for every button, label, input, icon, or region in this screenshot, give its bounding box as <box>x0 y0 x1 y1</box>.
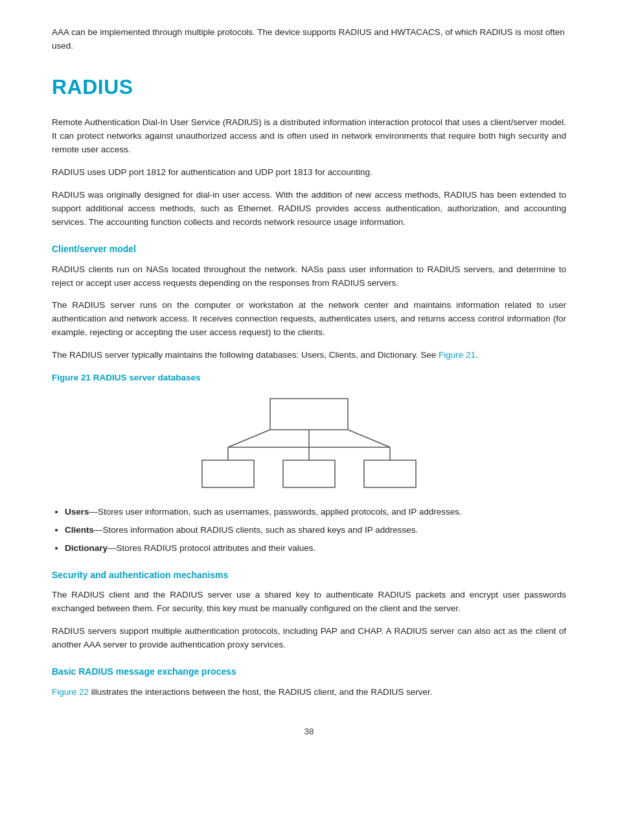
intro-paragraph: AAA can be implemented through multiple … <box>52 26 566 53</box>
basic-radius-para1: Figure 22 illustrates the interactions b… <box>52 686 566 699</box>
bullet-users-bold: Users <box>65 507 89 517</box>
svg-rect-8 <box>364 460 416 487</box>
figure21-diagram <box>52 395 566 493</box>
client-server-para1: RADIUS clients run on NASs located throu… <box>52 263 566 290</box>
radius-para3: RADIUS was originally designed for dial-… <box>52 189 566 229</box>
databases-bullet-list: Users—Stores user information, such as u… <box>65 506 566 555</box>
client-server-title: Client/server model <box>52 242 566 257</box>
svg-rect-0 <box>270 399 348 430</box>
bullet-users: Users—Stores user information, such as u… <box>65 506 566 519</box>
bullet-dictionary: Dictionary—Stores RADIUS protocol attrib… <box>65 542 566 555</box>
figure21-title: Figure 21 RADIUS server databases <box>52 371 566 385</box>
page-number: 38 <box>52 725 566 739</box>
radius-para1: Remote Authentication Dial-In User Servi… <box>52 116 566 157</box>
client-server-para2: The RADIUS server runs on the computer o… <box>52 299 566 340</box>
figure22-link[interactable]: Figure 22 <box>52 687 89 697</box>
bullet-clients-text: —Stores information about RADIUS clients… <box>94 525 418 535</box>
svg-rect-7 <box>283 460 335 487</box>
figure21-link[interactable]: Figure 21 <box>439 350 475 360</box>
bullet-dictionary-text: —Stores RADIUS protocol attributes and t… <box>108 543 315 553</box>
bullet-dictionary-bold: Dictionary <box>65 543 108 553</box>
svg-rect-6 <box>202 460 254 487</box>
svg-line-10 <box>348 430 390 447</box>
svg-line-9 <box>228 430 270 447</box>
bullet-clients-bold: Clients <box>65 525 94 535</box>
radius-section-title: RADIUS <box>52 71 566 104</box>
basic-radius-title: Basic RADIUS message exchange process <box>52 665 566 679</box>
security-auth-para1: The RADIUS client and the RADIUS server … <box>52 589 566 616</box>
client-server-para3: The RADIUS server typically maintains th… <box>52 349 566 362</box>
security-auth-para2: RADIUS servers support multiple authenti… <box>52 625 566 652</box>
bullet-clients: Clients—Stores information about RADIUS … <box>65 524 566 537</box>
radius-para2: RADIUS uses UDP port 1812 for authentica… <box>52 166 566 180</box>
radius-server-diagram-svg <box>199 395 419 493</box>
security-auth-title: Security and authentication mechanisms <box>52 568 566 583</box>
bullet-users-text: —Stores user information, such as userna… <box>89 507 462 517</box>
